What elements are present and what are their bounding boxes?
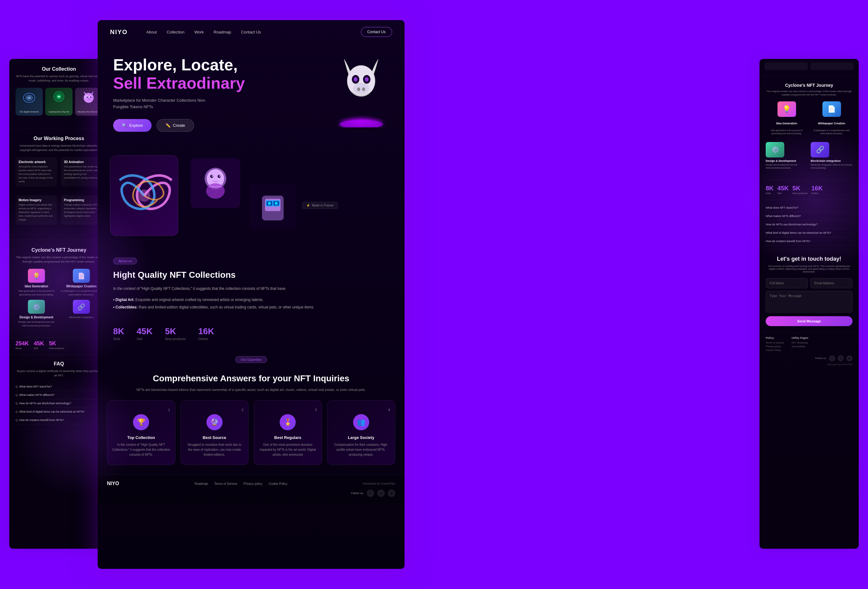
portrait-card-2[interactable] (249, 183, 296, 230)
hero-subtitle: Marketplace for Monster Character Collec… (113, 97, 213, 110)
rp-faq-item-5[interactable]: How do creators benefit from NFTs? (766, 237, 852, 245)
lp-nft-card-2[interactable]: Cyberpunk City Art (45, 88, 72, 116)
service-card-2: 2 🔮 Best Source Struggled to monetize th… (180, 400, 249, 465)
rp-email-input[interactable] (810, 278, 852, 288)
lp-cards-row: 3D digital Artwork Cyberpunk City Art (16, 88, 102, 116)
lp-process-section: Our Working Process Uncensored input dat… (9, 131, 108, 237)
lp-faq-item-5[interactable]: How do creators benefit from NFTs? (16, 416, 102, 424)
svg-point-6 (58, 96, 60, 97)
lp-faq-item-1[interactable]: What does NFT stand for? (16, 382, 102, 391)
footer-terms[interactable]: Terms of Service (214, 482, 237, 486)
rp-top-snippet (760, 59, 859, 77)
svg-point-40 (268, 202, 271, 205)
lp-stat-label-2: Sell (34, 347, 44, 350)
lp-faq-item-2[interactable]: What makes NFTs different? (16, 391, 102, 399)
footer-copyright: Developed by FramerPlan (363, 482, 395, 485)
service-number-4: 4 (332, 408, 390, 412)
lp-stat-2: 45K Sell (34, 340, 44, 350)
lp-nft-card-1[interactable]: 3D digital Artwork (16, 88, 43, 116)
footer-cookie[interactable]: Cookie Policy (269, 482, 287, 486)
svg-point-2 (27, 96, 31, 99)
swirl-card-main[interactable] (110, 155, 178, 236)
rp-contact-section: Let's get in touch today! The process of… (760, 249, 859, 332)
rp-cookie-link[interactable]: Cookie Policy (766, 349, 784, 351)
rp-utility-label: Utility Pages (792, 337, 809, 340)
discord-icon[interactable]: ◈ (388, 490, 395, 497)
footer-row: NIYO Roadmap Terms of Service Privacy po… (107, 481, 395, 486)
rp-faq-item-4[interactable]: What kind of digital items can be tokeni… (766, 229, 852, 237)
navbar: NIYO About Collection Work Roadmap Conta… (97, 20, 404, 44)
lp-faq-subtitle: Buyers receive a digital certificate of … (16, 369, 102, 378)
rp-stat-label-1: Sold (766, 192, 774, 195)
services-badge-container: Our Expertise (107, 356, 395, 368)
rp-journey-text-3: Design and development are two interconn… (766, 163, 807, 170)
twitter-icon[interactable]: 𝕏 (367, 490, 374, 497)
lp-process-item-2: 3D Animation This governance has tested … (61, 157, 102, 187)
stat-label-4: Online (198, 337, 214, 341)
nav-link-contact[interactable]: Contact Us (241, 30, 261, 34)
rp-instagram-icon[interactable]: ◎ (838, 355, 844, 362)
lp-process-subtitle: Uncensored input data is energy-intensiv… (16, 144, 102, 152)
service-icon-4: 👥 (353, 414, 369, 430)
rp-footer-section: Policy Terms of Service Privacy policy C… (760, 332, 859, 369)
rp-journey-icon-2: 📄 (822, 101, 841, 117)
explore-icon: 🔍 (122, 123, 127, 128)
stat-label-2: Sell (137, 337, 152, 341)
service-name-1: Top Collection (112, 435, 170, 440)
portrait-card-1[interactable] (190, 158, 240, 208)
nav-cta-button[interactable]: Contact Us (361, 27, 392, 37)
rp-journey-title-4: Blockchain Integration (810, 159, 852, 162)
rp-journey-title-3: Design & Development (766, 159, 807, 162)
rp-privacy-link[interactable]: Privacy policy (766, 345, 784, 348)
service-icon-1: 🏆 (133, 414, 149, 430)
footer-privacy[interactable]: Privacy policy (244, 482, 262, 486)
lp-journey-step-text-3: Design and development are two interconn… (16, 320, 58, 328)
rp-faq-item-2[interactable]: What makes NFTs different? (766, 212, 852, 220)
lp-journey-step-text-2: A whitepaper is a comprehensive and auth… (61, 289, 102, 297)
rp-send-button[interactable]: Send Message (766, 316, 852, 326)
rp-journey-title-1: Idea Generation (776, 122, 797, 125)
create-button[interactable]: ✏️ Create (156, 119, 194, 132)
stat-number-1: 8K (113, 326, 124, 337)
rp-journey-icon-1: 💡 (778, 101, 796, 117)
lp-card-label-2: Cyberpunk City Art (48, 110, 70, 114)
services-title: Comprehensive Answers for your NFT Inqui… (107, 373, 395, 384)
explore-button[interactable]: 🔍 Explore (113, 119, 152, 132)
lp-stat-3: 5K New products (49, 340, 64, 350)
service-desc-3: One of the most prominent domains impact… (259, 442, 317, 457)
rp-faq-item-1[interactable]: What does NFT stand for? (766, 204, 852, 212)
lp-journey-section: Cyclone's NFT Journey The original creat… (9, 242, 108, 335)
rp-discord-icon[interactable]: ◈ (846, 355, 852, 362)
portrait-svg-2 (249, 183, 296, 230)
lp-faq-item-4[interactable]: What kind of digital items can be tokeni… (16, 407, 102, 416)
lp-faq-item-3[interactable]: How do NFTs use blockchain technology? (16, 399, 102, 407)
rp-faq-item-3[interactable]: How do NFTs use blockchain technology? (766, 220, 852, 229)
rp-snippet-tabs (765, 63, 854, 70)
nav-link-collection[interactable]: Collection (167, 30, 185, 34)
lp-process-step-title-2: 3D Animation (64, 160, 99, 164)
rp-terms-link[interactable]: Terms of Service (766, 341, 784, 344)
rp-stat-label-4: Online (811, 192, 823, 195)
nav-link-about[interactable]: About (146, 30, 157, 34)
nav-link-work[interactable]: Work (194, 30, 204, 34)
framer-icon: ⚡ (306, 204, 310, 207)
svg-marker-9 (84, 92, 87, 94)
instagram-icon[interactable]: ◎ (377, 490, 385, 497)
service-name-2: Best Source (186, 435, 244, 440)
rp-message-textarea[interactable] (766, 291, 852, 313)
rp-name-input[interactable] (766, 278, 808, 288)
lp-journey-step-title-3: Design & Development (16, 316, 58, 319)
lp-process-grid: Electronic artwork Among the most impact… (16, 157, 102, 230)
lp-journey-step-2: 📄 Whitepaper Creation A whitepaper is a … (61, 269, 102, 297)
footer-roadmap[interactable]: Roadmap (195, 482, 208, 486)
about-intro: In the context of "High Quality NFT Coll… (113, 285, 389, 292)
nav-link-roadmap[interactable]: Roadmap (214, 30, 231, 34)
service-card-3: 3 🎖️ Best Regulars One of the most promi… (254, 400, 322, 465)
rp-stat-num-3: 5K (792, 185, 807, 192)
rp-roadmap-link[interactable]: NFT Roadmap (792, 341, 809, 344)
rp-twitter-icon[interactable]: 𝕏 (829, 355, 835, 362)
rp-stat-2: 45K Sell (778, 185, 789, 195)
rp-social-row: Follow us: 𝕏 ◎ ◈ (766, 355, 852, 362)
rp-accessibility-link[interactable]: Accessibility (792, 345, 809, 348)
svg-point-33 (206, 183, 225, 199)
